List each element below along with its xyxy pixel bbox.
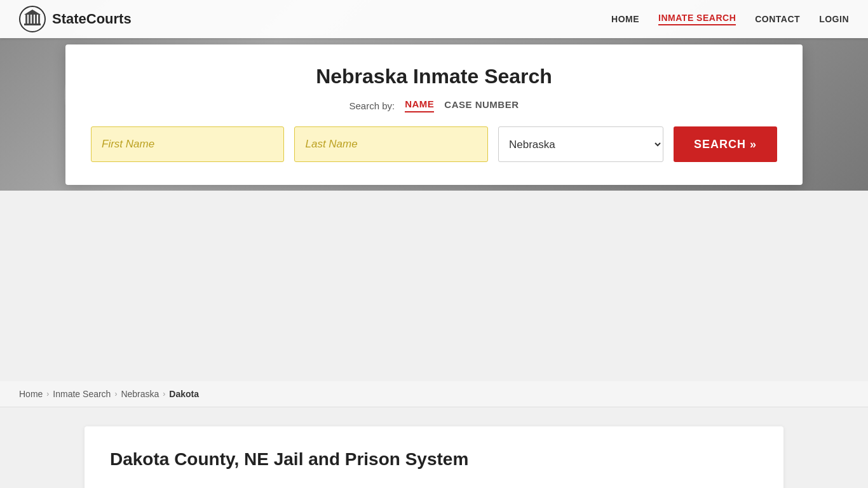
state-select[interactable]: Nebraska Alabama Alaska Arizona Arkansas…: [498, 126, 663, 162]
search-by-row: Search by: NAME CASE NUMBER: [91, 98, 777, 112]
tab-case-number[interactable]: CASE NUMBER: [444, 99, 519, 112]
search-button[interactable]: SEARCH »: [674, 126, 777, 162]
main-content: Dakota County, NE Jail and Prison System…: [65, 407, 803, 488]
search-card-title: Nebraska Inmate Search: [91, 65, 777, 88]
nav-links: HOME INMATE SEARCH CONTACT LOGIN: [611, 13, 849, 25]
nav-login[interactable]: LOGIN: [819, 14, 849, 24]
svg-rect-3: [32, 15, 34, 24]
first-name-input[interactable]: [91, 126, 284, 162]
svg-rect-5: [38, 15, 40, 24]
search-inputs-row: Nebraska Alabama Alaska Arizona Arkansas…: [91, 126, 777, 162]
content-card: Dakota County, NE Jail and Prison System…: [85, 426, 783, 488]
last-name-input[interactable]: [294, 126, 487, 162]
county-title: Dakota County, NE Jail and Prison System: [110, 449, 758, 470]
breadcrumb-home[interactable]: Home: [19, 389, 43, 399]
nav-contact[interactable]: CONTACT: [755, 14, 800, 24]
breadcrumb: Home › Inmate Search › Nebraska › Dakota: [19, 389, 849, 399]
tab-name[interactable]: NAME: [405, 98, 434, 112]
breadcrumb-sep-2: ›: [114, 390, 117, 398]
breadcrumb-nebraska[interactable]: Nebraska: [121, 389, 159, 399]
county-description: DAKOTA County has 219 jails with an aver…: [110, 484, 758, 488]
svg-rect-4: [35, 15, 37, 24]
header: COURTHOUSE StateCourts HOME INMATE SE: [0, 0, 868, 191]
breadcrumb-inmate-search[interactable]: Inmate Search: [53, 389, 111, 399]
logo-icon: [19, 6, 46, 32]
svg-marker-7: [24, 10, 41, 15]
breadcrumb-sep-1: ›: [46, 390, 49, 398]
nav-home[interactable]: HOME: [611, 14, 639, 24]
logo-text: StateCourts: [52, 11, 132, 27]
navbar: StateCourts HOME INMATE SEARCH CONTACT L…: [0, 0, 868, 38]
svg-rect-2: [29, 15, 31, 24]
logo-area[interactable]: StateCourts: [19, 6, 132, 32]
search-card: Nebraska Inmate Search Search by: NAME C…: [65, 44, 803, 185]
nav-inmate-search[interactable]: INMATE SEARCH: [658, 13, 736, 25]
breadcrumb-sep-3: ›: [163, 390, 165, 398]
breadcrumb-bar: Home › Inmate Search › Nebraska › Dakota: [0, 381, 868, 407]
breadcrumb-current: Dakota: [169, 389, 199, 399]
search-by-label: Search by:: [349, 100, 395, 111]
svg-rect-6: [24, 24, 41, 25]
svg-rect-1: [25, 15, 27, 24]
